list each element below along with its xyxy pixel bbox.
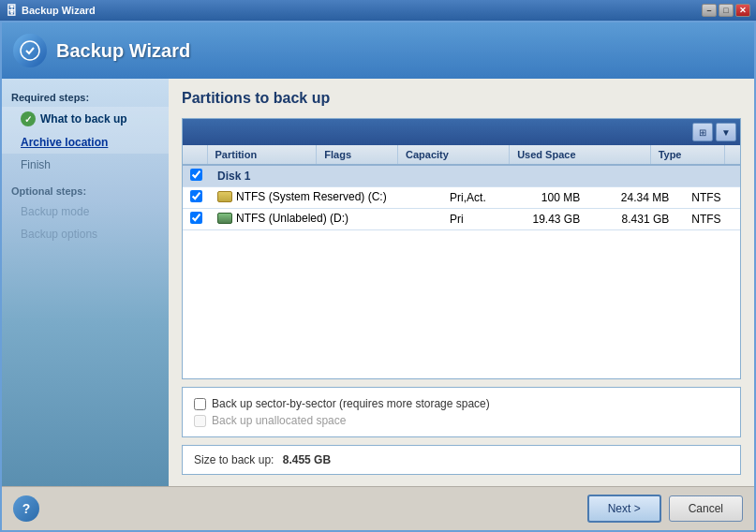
done-icon: ✓ (21, 111, 36, 126)
sidebar-item-backup-mode[interactable]: Backup mode (2, 200, 169, 223)
disk-group-row: Disk 1 (183, 166, 740, 187)
wizard-icon (13, 34, 47, 67)
next-button[interactable]: Next > (587, 495, 661, 523)
app-icon: 🗄 (6, 4, 18, 18)
partition-checkbox-cell-2 (183, 209, 210, 230)
window-controls: – □ ✕ (702, 4, 750, 17)
sidebar-label-finish: Finish (21, 158, 51, 171)
col-type: Type (650, 145, 724, 165)
header-title: Backup Wizard (56, 40, 190, 62)
unallocated-option: Back up unallocated space (194, 412, 729, 429)
disk-group-checkbox-cell (183, 166, 210, 187)
col-partition: Partition (207, 145, 317, 165)
bottom-bar: ? Next > Cancel (2, 486, 754, 530)
disk-group-checkbox[interactable] (190, 169, 202, 181)
sidebar: Required steps: ✓ What to back up Archiv… (2, 79, 169, 486)
partition-flags-2: Pri (442, 209, 507, 230)
table-row: NTFS (System Reserved) (C:) Pri,Act. 100… (183, 187, 740, 209)
col-used-space: Used Space (510, 145, 650, 165)
main-window: Backup Wizard Required steps: ✓ What to … (0, 21, 756, 532)
sidebar-item-what-to-backup[interactable]: ✓ What to back up (2, 107, 169, 131)
sector-by-sector-option: Back up sector-by-sector (requires more … (194, 395, 729, 412)
partition-name-2: NTFS (Unlabeled) (D:) (210, 209, 442, 230)
main-panel: Partitions to back up ⊞ ▼ Partition Flag… (169, 79, 754, 486)
page-title: Partitions to back up (182, 90, 741, 107)
partition-flags-1: Pri,Act. (442, 187, 507, 209)
partition-checkbox-cell-1 (183, 187, 210, 209)
svg-point-0 (21, 41, 39, 60)
sidebar-label-what-to-backup: What to back up (40, 112, 127, 126)
bottom-left: ? (13, 495, 39, 522)
content-area: Required steps: ✓ What to back up Archiv… (2, 79, 754, 486)
size-value: 8.455 GB (283, 453, 331, 466)
size-area: Size to back up: 8.455 GB (182, 445, 741, 475)
col-scroll (725, 145, 741, 165)
col-flags: Flags (317, 145, 398, 165)
partition-used-2: 8.431 GB (595, 209, 684, 230)
partition-type-2: NTFS (684, 209, 740, 230)
sidebar-label-archive-location: Archive location (21, 136, 108, 149)
options-area: Back up sector-by-sector (requires more … (182, 387, 741, 437)
partition-capacity-2: 19.43 GB (507, 209, 595, 230)
restore-button[interactable]: □ (719, 4, 734, 17)
required-steps-title: Required steps: (2, 88, 169, 107)
partition-icon-2: NTFS (Unlabeled) (D:) (217, 212, 348, 225)
column-btn[interactable]: ▼ (716, 123, 736, 141)
col-checkbox (183, 145, 207, 165)
sector-by-sector-checkbox[interactable] (194, 398, 206, 410)
partition-type-1: NTFS (684, 187, 740, 209)
minimize-button[interactable]: – (702, 4, 717, 17)
sidebar-label-backup-options: Backup options (21, 228, 97, 241)
sidebar-item-archive-location[interactable]: Archive location (2, 131, 169, 154)
partition-icon-1: NTFS (System Reserved) (C:) (217, 190, 387, 203)
sidebar-item-backup-options[interactable]: Backup options (2, 223, 169, 245)
window-title: Backup Wizard (22, 5, 96, 16)
help-button[interactable]: ? (13, 495, 39, 522)
partition-name-1: NTFS (System Reserved) (C:) (210, 187, 442, 209)
close-button[interactable]: ✕ (735, 4, 750, 17)
col-capacity: Capacity (398, 145, 510, 165)
disk-group-name: Disk 1 (210, 166, 740, 187)
title-bar: 🗄 Backup Wizard – □ ✕ (0, 0, 756, 21)
partition-table: Partition Flags Capacity Used Space Type (183, 145, 740, 166)
hdd-icon-1 (217, 191, 232, 202)
hdd-icon-2 (217, 213, 232, 224)
sector-by-sector-label: Back up sector-by-sector (requires more … (212, 397, 490, 410)
view-toggle-btn[interactable]: ⊞ (692, 123, 713, 141)
partition-checkbox-1[interactable] (190, 190, 202, 202)
partition-capacity-1: 100 MB (507, 187, 595, 209)
optional-steps-title: Optional steps: (2, 176, 169, 200)
header-bar: Backup Wizard (2, 22, 754, 79)
cancel-button[interactable]: Cancel (669, 495, 743, 522)
partition-checkbox-2[interactable] (190, 212, 202, 224)
table-row: NTFS (Unlabeled) (D:) Pri 19.43 GB 8.431… (183, 209, 740, 230)
partition-used-1: 24.34 MB (595, 187, 684, 209)
partition-data-table: Disk 1 NTFS (System Reser (183, 166, 740, 230)
unallocated-label: Back up unallocated space (212, 414, 346, 427)
unallocated-checkbox[interactable] (194, 415, 206, 427)
partition-table-container: ⊞ ▼ Partition Flags Capacity Used Space … (182, 118, 741, 379)
sidebar-item-finish[interactable]: Finish (2, 154, 169, 176)
table-toolbar: ⊞ ▼ (183, 119, 740, 145)
sidebar-label-backup-mode: Backup mode (21, 205, 89, 218)
table-scroll-area[interactable]: Disk 1 NTFS (System Reser (183, 166, 740, 378)
size-label: Size to back up: (194, 453, 274, 466)
